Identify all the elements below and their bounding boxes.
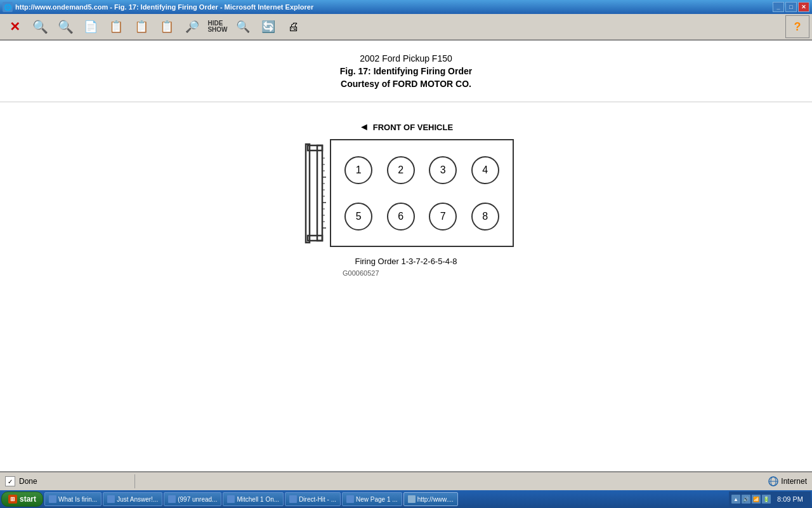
zoom-icon: 🔍 bbox=[236, 20, 250, 34]
taskbar-item-label-3: Mitchell 1 On... bbox=[237, 496, 279, 503]
search-icon: 🔍 bbox=[32, 19, 48, 34]
cylinder-1: 1 bbox=[337, 147, 380, 193]
status-text: Done bbox=[19, 477, 37, 486]
svg-rect-0 bbox=[317, 145, 322, 241]
cylinder-8: 8 bbox=[464, 193, 507, 239]
status-divider bbox=[134, 474, 135, 488]
taskbar-item-1[interactable]: Just Answer!... bbox=[103, 492, 162, 506]
prev-fig-icon: 📋 bbox=[109, 20, 123, 34]
taskbar-item-icon-0 bbox=[49, 495, 56, 503]
firing-order-text: Firing Order 1-3-7-2-6-5-4-8 bbox=[355, 257, 457, 266]
taskbar-item-label-4: Direct-Hit - ... bbox=[299, 496, 336, 503]
status-bar: ✓ Done Internet bbox=[0, 471, 812, 490]
taskbar-item-label-2: (997 unread... bbox=[178, 496, 217, 503]
refresh-button[interactable]: 🔄 bbox=[256, 15, 280, 38]
taskbar: ⊞ start What Is firin... Just Answer!...… bbox=[0, 490, 812, 508]
refresh-icon: 🔄 bbox=[261, 20, 275, 34]
taskbar-item-2[interactable]: (997 unread... bbox=[164, 492, 221, 506]
title-bar-icon: 🌐 bbox=[3, 2, 13, 12]
arrow-left-icon: ◄ bbox=[359, 121, 369, 133]
status-done: ✓ Done bbox=[5, 476, 132, 486]
page-title-fig: Fig. 17: Identifying Firing Order bbox=[340, 66, 472, 76]
cylinder-2: 2 bbox=[380, 147, 422, 193]
window-close-button[interactable]: ✕ bbox=[798, 2, 809, 12]
taskbar-item-5[interactable]: New Page 1 ... bbox=[342, 492, 402, 506]
taskbar-item-icon-3 bbox=[227, 495, 235, 503]
cylinder-7: 7 bbox=[422, 193, 464, 239]
taskbar-item-0[interactable]: What Is firin... bbox=[44, 492, 102, 506]
tray-icon-1: ▲ bbox=[731, 495, 740, 504]
view-icon: 📋 bbox=[134, 20, 148, 34]
cylinder-block: 1 2 3 4 bbox=[330, 139, 514, 247]
minimize-button[interactable]: _ bbox=[773, 2, 784, 12]
hide-show-icon: HIDESHOW bbox=[207, 20, 227, 33]
front-label: ◄ FRONT OF VEHICLE bbox=[359, 121, 453, 133]
title-bar-controls: _ □ ✕ bbox=[773, 2, 809, 12]
taskbar-clock: 8:09 PM bbox=[772, 495, 808, 503]
fig-button[interactable]: 📄 bbox=[79, 15, 103, 38]
print-button[interactable]: 🖨 bbox=[282, 15, 306, 38]
tray-icon-3: 📶 bbox=[752, 495, 761, 504]
find-button[interactable]: 🔎 bbox=[180, 15, 204, 38]
diagram-container: ◄ FRONT OF VEHICLE bbox=[298, 121, 514, 277]
maximize-button[interactable]: □ bbox=[785, 2, 797, 12]
fig-icon: 📄 bbox=[84, 20, 98, 34]
taskbar-item-4[interactable]: Direct-Hit - ... bbox=[285, 492, 341, 506]
taskbar-item-label-1: Just Answer!... bbox=[117, 496, 158, 503]
content-divider bbox=[0, 102, 812, 102]
cylinder-3: 3 bbox=[422, 147, 464, 193]
taskbar-item-label-0: What Is firin... bbox=[58, 496, 97, 503]
tray-icon-4: 🔋 bbox=[762, 495, 771, 504]
page-title-vehicle: 2002 Ford Pickup F150 bbox=[360, 53, 452, 64]
taskbar-item-6[interactable]: http://www.... bbox=[403, 492, 458, 506]
tray-icon-2: 🔊 bbox=[742, 495, 750, 504]
cylinder-5: 5 bbox=[337, 193, 380, 239]
internet-zone-text: Internet bbox=[781, 477, 807, 486]
start-button[interactable]: ⊞ start bbox=[1, 491, 43, 507]
taskbar-item-icon-1 bbox=[107, 495, 115, 503]
nav-search-icon: 🔍 bbox=[58, 19, 74, 34]
internet-icon bbox=[768, 476, 778, 486]
taskbar-item-icon-4 bbox=[289, 495, 297, 503]
status-right: Internet bbox=[768, 476, 807, 486]
start-label: start bbox=[20, 495, 36, 504]
close-icon: ✕ bbox=[10, 19, 20, 34]
page-title-courtesy: Courtesy of FORD MOTOR CO. bbox=[341, 79, 471, 89]
status-icon: ✓ bbox=[5, 476, 15, 486]
diagram-code: G00060527 bbox=[343, 269, 379, 277]
close-toolbar-button[interactable]: ✕ bbox=[3, 15, 27, 38]
cylinder-6: 6 bbox=[380, 193, 422, 239]
taskbar-item-icon-6 bbox=[408, 495, 416, 503]
taskbar-item-label-5: New Page 1 ... bbox=[356, 496, 398, 503]
engine-diagram: 1 2 3 4 bbox=[298, 139, 514, 247]
title-bar: 🌐 http://www.ondemand5.com - Fig. 17: Id… bbox=[0, 0, 812, 14]
hide-show-button[interactable]: HIDESHOW bbox=[206, 15, 230, 38]
toolbar: ✕ 🔍 🔍 📄 📋 📋 📋 🔎 HIDESHOW 🔍 🔄 🖨 ? bbox=[0, 14, 812, 41]
zoom-button[interactable]: 🔍 bbox=[231, 15, 255, 38]
taskbar-item-icon-5 bbox=[346, 495, 354, 503]
next-fig-icon: 📋 bbox=[160, 20, 174, 34]
find-icon: 🔎 bbox=[185, 20, 199, 34]
cylinder-4: 4 bbox=[464, 147, 507, 193]
taskbar-item-icon-2 bbox=[168, 495, 176, 503]
svg-rect-3 bbox=[306, 144, 310, 243]
title-bar-text: http://www.ondemand5.com - Fig. 17: Iden… bbox=[15, 3, 313, 11]
windows-logo: ⊞ bbox=[8, 495, 17, 504]
prev-fig-button[interactable]: 📋 bbox=[104, 15, 128, 38]
nav-search-button[interactable]: 🔍 bbox=[53, 15, 77, 38]
taskbar-tray: ▲ 🔊 📶 🔋 8:09 PM bbox=[729, 491, 811, 507]
internet-zone: Internet bbox=[768, 476, 807, 486]
search-button[interactable]: 🔍 bbox=[28, 15, 52, 38]
help-icon: ? bbox=[794, 20, 801, 34]
content-area: 2002 Ford Pickup F150 Fig. 17: Identifyi… bbox=[0, 41, 812, 471]
help-button[interactable]: ? bbox=[785, 15, 809, 38]
crankshaft-svg bbox=[298, 139, 330, 247]
next-fig-button[interactable]: 📋 bbox=[155, 15, 179, 38]
print-icon: 🖨 bbox=[288, 20, 299, 34]
taskbar-item-3[interactable]: Mitchell 1 On... bbox=[223, 492, 284, 506]
view-button[interactable]: 📋 bbox=[129, 15, 154, 38]
taskbar-item-label-6: http://www.... bbox=[417, 496, 454, 503]
